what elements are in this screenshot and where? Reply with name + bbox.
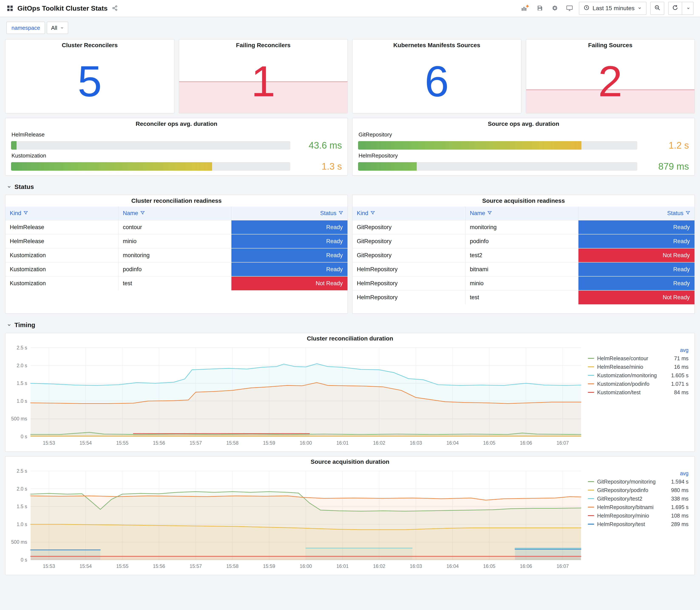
legend-series-name[interactable]: HelmRelease/minio (597, 364, 643, 370)
cell-status: Not Ready (578, 290, 695, 304)
filter-icon[interactable] (370, 210, 375, 216)
cell-status: Not Ready (231, 276, 347, 290)
svg-text:2.5 s: 2.5 s (17, 468, 27, 474)
table-row: HelmRepositoryminioReady (353, 276, 695, 290)
cell-name: minio (466, 276, 578, 290)
legend-series-avg: 108 ms (671, 513, 688, 519)
chevron-down-icon (637, 5, 642, 12)
filter-icon[interactable] (339, 210, 343, 216)
column-header-name[interactable]: Name (118, 207, 231, 220)
share-dashboard-button[interactable] (112, 5, 118, 12)
legend-series-name[interactable]: Kustomization/monitoring (597, 372, 657, 379)
timeseries-svg[interactable]: 15:5315:5415:5515:5615:5715:5815:5916:00… (8, 344, 586, 449)
svg-text:16:00: 16:00 (300, 440, 312, 446)
svg-text:2.0 s: 2.0 s (17, 363, 27, 368)
legend-series-name[interactable]: GitRepository/podinfo (597, 487, 648, 493)
svg-text:500 ms: 500 ms (11, 539, 27, 545)
filter-icon[interactable] (487, 210, 492, 216)
legend-item[interactable]: GitRepository/test2338 ms (588, 494, 688, 503)
panel-failing-reconcilers: Failing Reconcilers 1 (179, 39, 348, 113)
section-status-label: Status (14, 183, 34, 190)
timeseries-plot[interactable]: 15:5315:5415:5515:5615:5715:5815:5916:00… (8, 467, 586, 573)
legend-item[interactable]: Kustomization/test84 ms (588, 388, 688, 397)
column-header-kind[interactable]: Kind (5, 207, 118, 220)
gauge-value: 879 ms (643, 161, 689, 172)
page-bottom-padding (0, 575, 700, 605)
legend-item[interactable]: HelmRepository/bitnami1.695 s (588, 503, 688, 511)
gauge-helmrelease: HelmRelease 43.6 ms (11, 131, 342, 151)
legend-item[interactable]: Kustomization/monitoring1.605 s (588, 371, 688, 380)
panel-title[interactable]: Source acquisition readiness (353, 195, 695, 207)
cell-status: Not Ready (578, 248, 695, 262)
section-status[interactable]: Status (7, 183, 693, 190)
filter-icon[interactable] (23, 210, 28, 216)
svg-text:15:55: 15:55 (116, 563, 129, 569)
panel-title[interactable]: Cluster reconciliation readiness (5, 195, 347, 207)
gauge-gitrepository: GitRepository 1.2 s (358, 131, 689, 151)
chart-row-1: Cluster reconciliation duration 15:5315:… (5, 333, 695, 452)
legend-item[interactable]: GitRepository/monitoring1.594 s (588, 477, 688, 486)
apps-grid-icon[interactable] (6, 5, 14, 12)
cell-name: bitnami (466, 262, 578, 276)
filter-icon[interactable] (686, 210, 690, 216)
legend-series-name[interactable]: Kustomization/test (597, 389, 640, 396)
cycle-view-mode-button[interactable] (564, 3, 575, 14)
legend-item[interactable]: HelmRepository/minio108 ms (588, 511, 688, 520)
legend-item[interactable]: Kustomization/podinfo1.071 s (588, 380, 688, 388)
refresh-button[interactable] (668, 2, 682, 15)
time-range-label: Last 15 minutes (592, 5, 635, 12)
refresh-interval-dropdown[interactable] (682, 2, 694, 15)
legend-item[interactable]: HelmRelease/minio16 ms (588, 363, 688, 371)
add-panel-button[interactable] (519, 3, 531, 14)
legend-series-name[interactable]: HelmRepository/test (597, 521, 645, 527)
legend-item[interactable]: GitRepository/podinfo980 ms (588, 486, 688, 494)
svg-text:16:04: 16:04 (446, 440, 459, 446)
legend-item[interactable]: HelmRelease/contour71 ms (588, 354, 688, 363)
panel-title[interactable]: Cluster reconciliation duration (5, 333, 695, 344)
svg-text:15:53: 15:53 (43, 563, 55, 569)
filter-icon[interactable] (140, 210, 145, 216)
svg-text:15:54: 15:54 (80, 440, 92, 446)
variable-namespace-select[interactable]: All (47, 22, 68, 34)
column-header-name[interactable]: Name (466, 207, 578, 220)
legend-series-avg: 1.605 s (671, 372, 688, 379)
svg-text:16:03: 16:03 (410, 440, 422, 446)
timeseries-svg[interactable]: 15:5315:5415:5515:5615:5715:5815:5916:00… (8, 467, 586, 572)
gauge-track (11, 141, 290, 150)
legend-series-name[interactable]: HelmRepository/minio (597, 513, 649, 519)
cell-status: Ready (231, 220, 347, 234)
timeseries-plot[interactable]: 15:5315:5415:5515:5615:5715:5815:5916:00… (8, 344, 586, 450)
svg-text:16:02: 16:02 (373, 563, 386, 569)
panel-title[interactable]: Reconciler ops avg. duration (11, 118, 342, 130)
svg-text:16:00: 16:00 (300, 563, 312, 569)
dashboard-variables: namespace All (0, 17, 700, 35)
legend-avg-header: avg (588, 469, 688, 477)
gauge-value: 43.6 ms (296, 140, 342, 151)
legend-series-name[interactable]: HelmRelease/contour (597, 355, 648, 362)
chart-legend: avgGitRepository/monitoring1.594 sGitRep… (586, 467, 692, 573)
column-header-status[interactable]: Status (578, 207, 695, 220)
legend-series-name[interactable]: HelmRepository/bitnami (597, 504, 653, 510)
column-header-status[interactable]: Status (231, 207, 347, 220)
panel-title[interactable]: Source ops avg. duration (358, 118, 689, 130)
time-picker-button[interactable]: Last 15 minutes (579, 2, 647, 15)
legend-series-name[interactable]: GitRepository/monitoring (597, 479, 655, 485)
svg-text:2.0 s: 2.0 s (17, 486, 27, 492)
status-badge: Ready (231, 235, 347, 248)
status-badge: Ready (579, 262, 695, 276)
legend-series-name[interactable]: GitRepository/test2 (597, 496, 642, 502)
gauges-row: Reconciler ops avg. duration HelmRelease… (5, 118, 695, 176)
section-timing[interactable]: Timing (7, 321, 693, 328)
table-row: GitRepositorymonitoringReady (353, 220, 695, 234)
svg-text:16:01: 16:01 (337, 563, 349, 569)
legend-item[interactable]: HelmRepository/test289 ms (588, 520, 688, 528)
panel-cluster-reconciliation-readiness: Cluster reconciliation readiness Kind Na… (5, 195, 348, 314)
panel-title[interactable]: Source acquisition duration (5, 456, 695, 467)
zoom-out-time-button[interactable] (650, 2, 664, 15)
panel-source-acquisition-readiness: Source acquisition readiness Kind Name S… (352, 195, 695, 314)
gauge-bar (358, 141, 582, 150)
dashboard-settings-button[interactable] (549, 3, 560, 14)
column-header-kind[interactable]: Kind (353, 207, 466, 220)
legend-series-name[interactable]: Kustomization/podinfo (597, 381, 649, 387)
save-dashboard-button[interactable] (534, 3, 545, 14)
